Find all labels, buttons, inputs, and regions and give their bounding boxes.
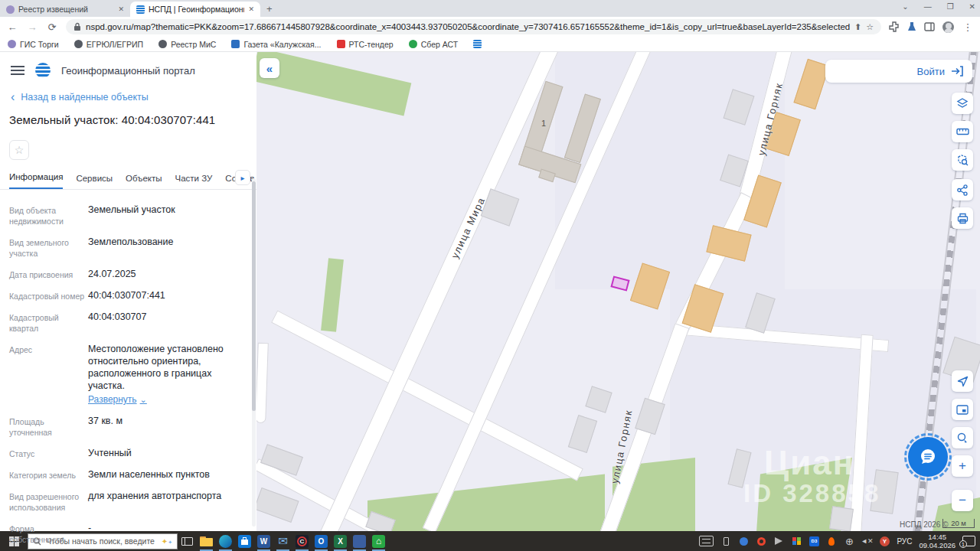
- tabs-scroll-next-button[interactable]: ▸: [235, 170, 250, 185]
- tab-close-icon[interactable]: ✕: [118, 5, 124, 13]
- menu-hamburger-icon[interactable]: [11, 66, 24, 75]
- globe-tray-icon[interactable]: ⊕: [844, 536, 854, 546]
- area-search-button[interactable]: [952, 149, 973, 171]
- browser-tab-registry[interactable]: Реестр извещений ✕: [0, 2, 130, 17]
- window-close-button[interactable]: ✕: [969, 2, 975, 11]
- action-center-button[interactable]: 1: [962, 536, 975, 546]
- object-info-panel: Геоинформационный портал ‹ Назад в найде…: [0, 52, 256, 531]
- volume-muted-tray-icon[interactable]: ◄✕: [861, 536, 872, 546]
- field-row: СтатусУчтенный: [9, 447, 246, 459]
- address-bar[interactable]: nspd.gov.ru/map?thematic=PKK&zoom=17.686…: [66, 19, 881, 34]
- language-indicator[interactable]: РУС: [897, 537, 912, 546]
- print-button[interactable]: [952, 207, 973, 229]
- d3-tray-icon[interactable]: D3: [808, 536, 819, 546]
- flask-icon[interactable]: [907, 21, 916, 32]
- back-to-results-link[interactable]: ‹ Назад в найденные объекты: [0, 86, 256, 103]
- tab-title: НСПД | Геоинформационный п: [149, 5, 244, 14]
- opera-tray-icon[interactable]: [756, 536, 766, 546]
- chevron-right-icon: ▸: [240, 174, 244, 182]
- profile-avatar[interactable]: [942, 21, 954, 33]
- window-minimize-button[interactable]: —: [924, 2, 932, 11]
- share-icon[interactable]: ⬆: [854, 22, 861, 32]
- map-canvas[interactable]: 1 улица Мира улица Горняк улица Горняк Ц…: [256, 52, 980, 531]
- map-building: [635, 398, 665, 435]
- taskbar-app-crypto[interactable]: C: [292, 531, 312, 551]
- taskbar-app-mail[interactable]: ✉: [273, 531, 292, 551]
- collapse-panel-button[interactable]: «: [260, 58, 279, 78]
- taskbar-clock[interactable]: 14:45 09.04.2026: [919, 533, 956, 549]
- nspd-favicon-icon: [136, 5, 145, 14]
- usb-tray-icon[interactable]: [720, 536, 731, 546]
- nav-reload-button[interactable]: ⟳: [46, 21, 58, 33]
- nav-forward-button[interactable]: →: [26, 21, 38, 33]
- flame-tray-icon[interactable]: [826, 536, 837, 546]
- tab-information[interactable]: Информация: [9, 172, 63, 189]
- watermark-text: Циан: [764, 444, 854, 482]
- new-tab-button[interactable]: +: [266, 3, 273, 15]
- system-tray: D3 ⊕ ◄✕ Y РУС 14:45 09.04.2026 1: [699, 533, 980, 549]
- field-row: Кадастровый номер40:04:030707:441: [9, 289, 246, 302]
- chat-assistant-button[interactable]: [908, 437, 948, 477]
- map-green-area: [321, 258, 344, 332]
- bookmark-favicon-icon: [409, 40, 417, 48]
- bookmark-reestr-mis[interactable]: Реестр МиС: [158, 40, 216, 49]
- share-button[interactable]: [952, 179, 973, 201]
- plane-tray-icon[interactable]: [773, 536, 784, 546]
- expand-address-link[interactable]: Развернуть ⌄: [88, 393, 147, 406]
- identify-button[interactable]: [952, 427, 973, 448]
- layers-button[interactable]: [952, 93, 973, 114]
- scrollbar-thumb[interactable]: [252, 181, 256, 411]
- taskbar-app-calculator[interactable]: [350, 531, 369, 551]
- url-text: nspd.gov.ru/map?thematic=PKK&zoom=17.686…: [86, 22, 850, 31]
- tab-parcel-parts[interactable]: Части ЗУ: [175, 174, 213, 189]
- bookmark-nspd-icon[interactable]: [473, 40, 482, 48]
- bookmark-rts-tender[interactable]: РТС-тендер: [337, 40, 394, 49]
- share-icon: [957, 184, 968, 196]
- nav-back-button[interactable]: ←: [6, 21, 18, 33]
- yandex-tray-icon[interactable]: Y: [879, 536, 890, 546]
- overview-map-button[interactable]: [952, 399, 973, 420]
- security-shield-tray-icon[interactable]: [791, 536, 802, 546]
- taskbar-app-gis[interactable]: ⌂: [369, 531, 388, 551]
- tab-search-chevron-icon[interactable]: ⌄: [902, 2, 908, 11]
- ruler-icon: [956, 127, 969, 136]
- bookmarks-bar: ГИС Торги ЕГРЮЛ/ЕГРИП Реестр МиС Газета …: [0, 37, 980, 52]
- bookmark-egrul[interactable]: ЕГРЮЛ/ЕГРИП: [74, 40, 143, 49]
- bookmark-gis-torgi[interactable]: ГИС Торги: [8, 40, 59, 49]
- tab-close-icon[interactable]: ✕: [248, 5, 254, 13]
- tab-services[interactable]: Сервисы: [76, 174, 113, 189]
- word-icon: W: [257, 535, 270, 548]
- mail-icon: ✉: [278, 534, 288, 548]
- field-row: Вид разрешенного использованиядля хранен…: [9, 490, 246, 513]
- measure-button[interactable]: [952, 121, 973, 142]
- bookmark-sber-ast[interactable]: Сбер АСТ: [409, 40, 459, 49]
- window-restore-button[interactable]: ❐: [947, 2, 954, 11]
- tab-objects[interactable]: Объекты: [126, 174, 162, 189]
- bookmark-gazeta[interactable]: Газета «Калужская...: [231, 40, 321, 49]
- taskbar-app-excel[interactable]: X: [331, 531, 350, 551]
- bookmark-star-icon[interactable]: ☆: [866, 22, 874, 32]
- widgets-icon[interactable]: [699, 536, 714, 546]
- zoom-out-button[interactable]: −: [952, 490, 973, 511]
- login-button[interactable]: Войти: [825, 60, 972, 83]
- map-building: [829, 506, 854, 531]
- field-row: Площадь уточненная37 кв. м: [9, 415, 246, 438]
- taskbar-app-outlook[interactable]: O: [312, 531, 331, 551]
- browser-tab-nspd[interactable]: НСПД | Геоинформационный п ✕: [130, 2, 260, 17]
- navigation-arrow-icon: [957, 376, 969, 387]
- panel-scrollbar[interactable]: [252, 178, 256, 527]
- browser-menu-button[interactable]: ⋮: [962, 21, 974, 33]
- map-building: [585, 386, 612, 412]
- sidebar-icon[interactable]: [924, 22, 935, 31]
- field-row: Кадастровый квартал40:04:030707: [9, 311, 246, 334]
- map-green-area: [368, 473, 605, 531]
- sign-in-icon: [951, 66, 963, 77]
- polygon-search-icon: [956, 154, 969, 166]
- favorite-star-button[interactable]: ☆: [9, 140, 29, 160]
- network-ball-tray-icon[interactable]: [738, 536, 749, 546]
- locate-button[interactable]: [952, 370, 973, 392]
- taskbar-app-word[interactable]: W: [254, 531, 273, 551]
- scale-bar: 20 м: [942, 519, 975, 528]
- zoom-in-button[interactable]: +: [952, 455, 973, 477]
- extensions-puzzle-icon[interactable]: [889, 21, 900, 32]
